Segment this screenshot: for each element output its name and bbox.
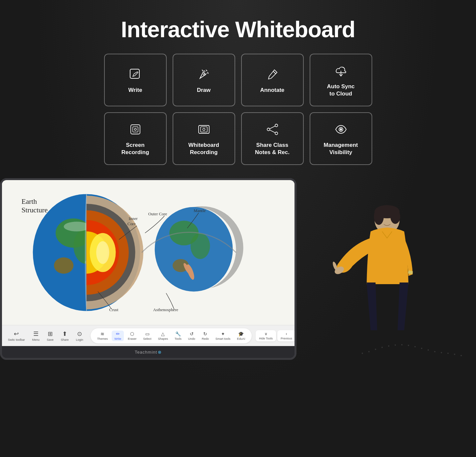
login-icon: ⊙	[77, 330, 82, 337]
share-icon	[264, 121, 281, 138]
svg-point-37	[190, 233, 210, 259]
toolbar-smart-tools[interactable]: ✦ Smart tools	[213, 331, 233, 341]
toolbar-undo[interactable]: ↺ Undo	[185, 331, 198, 341]
annotate-icon	[264, 66, 281, 83]
whiteboard-recording-label: WhiteboardRecording	[188, 142, 219, 156]
brand-logo: ⊗	[158, 350, 162, 355]
svg-rect-7	[131, 125, 140, 134]
select-icon: ▭	[145, 331, 150, 336]
svg-point-14	[275, 124, 278, 127]
eduai-icon: 🎓	[238, 331, 244, 336]
toolbar-eduai[interactable]: 🎓 EduAI	[235, 331, 248, 341]
toolbar-select[interactable]: ▭ Select	[141, 331, 154, 341]
write-toolbar-icon: ✏	[116, 331, 120, 336]
svg-point-34	[96, 241, 109, 264]
toolbar-share[interactable]: ⬆ Share	[58, 329, 71, 343]
feature-card-whiteboard-recording[interactable]: WhiteboardRecording	[173, 112, 235, 165]
undo-icon: ↺	[190, 331, 194, 336]
save-label: Save	[47, 338, 54, 341]
smart-tools-label: Smart tools	[215, 337, 231, 340]
svg-text:Asthenosphere: Asthenosphere	[153, 308, 178, 312]
whiteboard-device: Earth Structure	[0, 178, 296, 360]
cloud-sync-icon	[333, 63, 349, 79]
menu-label: Menu	[32, 338, 40, 341]
save-icon: ⊞	[48, 330, 53, 337]
themes-label: Themes	[97, 337, 108, 340]
toolbar-tools[interactable]: 🔧 Tools	[172, 331, 184, 341]
content-layer: Interactive Whiteboard Write	[0, 0, 476, 360]
person-svg	[324, 169, 450, 360]
write-toolbar-label: Write	[114, 337, 121, 340]
previous-label: Previous	[281, 337, 292, 340]
feature-card-screen-recording[interactable]: ScreenRecording	[104, 112, 167, 165]
toolbar-save[interactable]: ⊞ Save	[44, 329, 56, 343]
toolbar-eraser[interactable]: ⬡ Eraser	[125, 331, 139, 341]
toolbar-redo[interactable]: ↻ Redo	[199, 331, 212, 341]
toolbar-center: ≋ Themes ✏ Write ⬡ Eraser ▭	[91, 328, 252, 343]
svg-point-9	[134, 128, 136, 130]
svg-point-19	[340, 128, 342, 130]
feature-card-draw[interactable]: Draw	[173, 54, 235, 106]
eduai-label: EduAI	[237, 337, 245, 340]
hide-tools-button[interactable]: ∨ Hide Tools	[256, 330, 276, 341]
feature-card-share[interactable]: Share ClassNotes & Rec.	[241, 112, 304, 165]
toolbar-login[interactable]: ⊙ Login	[73, 329, 86, 343]
eye-icon	[333, 121, 349, 138]
svg-point-97	[461, 355, 462, 356]
share-toolbar-label: Share	[61, 338, 69, 341]
device-section: Earth Structure	[0, 178, 476, 360]
brand-bar: Teachmint ⊗	[2, 346, 294, 358]
svg-line-5	[273, 71, 276, 74]
eraser-label: Eraser	[128, 337, 137, 340]
cloud-sync-label: Auto Syncto Cloud	[327, 83, 354, 97]
eraser-icon: ⬡	[130, 331, 134, 336]
svg-rect-0	[130, 69, 139, 78]
share-toolbar-icon: ⬆	[62, 330, 67, 337]
toolbar-menu[interactable]: ☰ Menu	[30, 329, 42, 343]
device-screen: Earth Structure	[2, 180, 294, 325]
toolbar-write[interactable]: ✏ Write	[112, 331, 124, 341]
hide-tools-label: Hide Tools	[259, 337, 273, 340]
tools-label: Tools	[175, 337, 182, 340]
toolbar-switch[interactable]: ↩ Switc toolbar	[5, 329, 28, 343]
toolbar-right: ∨ Hide Tools ‹ Previous	[256, 330, 295, 341]
svg-text:Outer Core: Outer Core	[148, 212, 167, 216]
svg-point-4	[203, 74, 205, 75]
page-wrapper: Interactive Whiteboard Write	[0, 0, 476, 457]
svg-text:Inner: Inner	[129, 216, 138, 221]
select-label: Select	[143, 337, 152, 340]
feature-grid: Write Draw	[0, 54, 476, 165]
svg-point-12	[203, 128, 205, 130]
svg-point-52	[390, 209, 400, 224]
svg-line-16	[270, 126, 275, 129]
feature-card-annotate[interactable]: Annotate	[241, 54, 304, 106]
menu-icon: ☰	[33, 330, 39, 337]
feature-card-cloud-sync[interactable]: Auto Syncto Cloud	[310, 54, 372, 106]
shapes-icon: △	[161, 331, 165, 336]
whiteboard-record-icon	[196, 121, 212, 138]
toolbar-themes[interactable]: ≋ Themes	[95, 331, 111, 341]
hide-tools-icon: ∨	[265, 332, 267, 336]
login-label: Login	[76, 338, 83, 341]
screen-record-icon	[127, 121, 144, 138]
svg-point-15	[275, 132, 278, 135]
previous-button[interactable]: ‹ Previous	[277, 330, 295, 341]
previous-icon: ‹	[286, 332, 287, 336]
device-toolbar: ↩ Switc toolbar ☰ Menu ⊞ Save ⬆	[2, 325, 294, 346]
toolbar-left: ↩ Switc toolbar ☰ Menu ⊞ Save ⬆	[5, 329, 86, 343]
toolbar-shapes[interactable]: △ Shapes	[155, 331, 171, 341]
svg-line-17	[270, 130, 275, 133]
switch-label: Switc toolbar	[8, 338, 25, 341]
switch-icon: ↩	[14, 330, 19, 337]
redo-label: Redo	[202, 337, 209, 340]
draw-label: Draw	[197, 87, 211, 94]
svg-line-1	[204, 70, 205, 72]
write-icon	[127, 66, 144, 83]
draw-icon	[196, 66, 212, 83]
feature-card-write[interactable]: Write	[104, 54, 167, 106]
svg-text:Earth: Earth	[21, 198, 37, 205]
screen-recording-label: ScreenRecording	[121, 142, 149, 156]
svg-rect-8	[133, 127, 138, 132]
undo-label: Undo	[188, 337, 195, 340]
earth-diagram: Earth Structure	[2, 180, 294, 325]
